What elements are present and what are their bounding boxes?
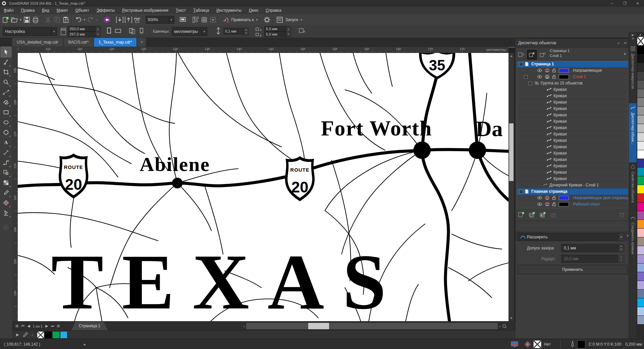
zoom-corner-icon[interactable]: [502, 324, 507, 329]
palette-scroll-left-icon[interactable]: ‹: [30, 333, 34, 337]
nudge-input[interactable]: 0,1 мм: [223, 28, 246, 35]
strip-close-icon[interactable]: ✕: [629, 37, 637, 40]
next-page-button[interactable]: ▶: [44, 324, 49, 328]
new-layer-button[interactable]: [528, 210, 536, 219]
palette-swatch[interactable]: [637, 202, 644, 211]
tree-row-curve[interactable]: Кривая: [517, 86, 628, 93]
edit-across-layers-button[interactable]: [528, 50, 536, 59]
import-button[interactable]: [115, 15, 124, 24]
tree-row-guides[interactable]: Направляющие (все страницы): [517, 195, 628, 201]
printable-icon[interactable]: [545, 74, 550, 80]
apply-button[interactable]: Применить: [518, 265, 628, 274]
printable-icon[interactable]: [545, 202, 550, 208]
rectangle-tool[interactable]: [1, 107, 11, 117]
palette-swatch[interactable]: [637, 107, 644, 115]
effects-tool[interactable]: [1, 168, 11, 178]
layer-color-swatch[interactable]: [559, 196, 569, 200]
tree-row-curve[interactable]: Кривая: [517, 106, 628, 112]
portrait-button[interactable]: [105, 27, 113, 36]
export-button[interactable]: [124, 15, 133, 24]
palette-no-color-swatch[interactable]: [637, 37, 644, 46]
text-tool[interactable]: A: [1, 137, 11, 148]
tree-row-curve[interactable]: Кривая: [517, 169, 628, 176]
palette-swatch[interactable]: [637, 264, 644, 272]
expander-icon[interactable]: −: [519, 62, 523, 66]
palette-swatch[interactable]: [637, 63, 644, 72]
maximize-button[interactable]: ❐: [619, 0, 631, 7]
launch-label[interactable]: Запуск: [284, 17, 300, 22]
tree-row-curve[interactable]: Кривая: [517, 176, 628, 182]
printable-icon[interactable]: [545, 195, 550, 201]
duplicate-spinner[interactable]: ▲▼: [286, 26, 291, 37]
strip-expand-icon[interactable]: ▶: [629, 32, 637, 37]
tree-row-page[interactable]: −Страница 1: [517, 61, 628, 67]
tree-row-desktop[interactable]: Рабочий стол: [517, 201, 628, 208]
menu-Растровые изображения[interactable]: Растровые изображения: [118, 7, 172, 14]
options-gear-icon[interactable]: [263, 15, 271, 24]
docker-tab-0[interactable]: Диспетчер макросов: [629, 44, 637, 103]
scroll-up-icon[interactable]: ▲: [508, 53, 514, 59]
outline-pen-icon[interactable]: [570, 341, 575, 348]
zoom-tool[interactable]: [1, 77, 11, 87]
open-dropdown[interactable]: ▾: [19, 18, 22, 21]
vertical-ruler[interactable]: 185180175170165160155150: [12, 53, 18, 321]
tree-row-grid[interactable]: Сетка: [517, 208, 628, 208]
units-combo[interactable]: миллиметры▾: [172, 27, 207, 36]
context-flyout-icon[interactable]: ▸: [624, 51, 626, 56]
tree-row-curve[interactable]: Кривая: [517, 118, 628, 125]
palette-swatch[interactable]: [637, 272, 644, 281]
pick-tool[interactable]: [1, 47, 11, 57]
drawing-canvas[interactable]: Abilene Fort Worth Da TEXAS ROUTE 20 ROU…: [18, 53, 508, 321]
visibility-eye-icon[interactable]: [537, 74, 542, 80]
save-button[interactable]: [22, 15, 31, 24]
palette-swatch[interactable]: [637, 124, 644, 133]
palette-swatch[interactable]: [637, 307, 644, 316]
join-mode-combo[interactable]: Расширить: [518, 233, 618, 241]
tree-row-curve[interactable]: Кривая: [517, 150, 628, 157]
zoom-level-combo[interactable]: 500%▾: [146, 16, 174, 24]
menu-Текст[interactable]: Текст: [172, 7, 190, 14]
ruler-origin-button[interactable]: [12, 47, 18, 53]
visibility-eye-icon[interactable]: [537, 195, 542, 201]
page-size-spinner[interactable]: ▲▼: [95, 26, 101, 37]
menu-Правка[interactable]: Правка: [17, 7, 39, 14]
join-mode-dropdown[interactable]: ▾: [618, 233, 624, 241]
current-page-button[interactable]: [138, 27, 146, 36]
paste-button[interactable]: [61, 15, 70, 24]
add-page-end-button[interactable]: ⊞: [56, 324, 61, 328]
lock-icon[interactable]: [552, 68, 556, 74]
smart-fill-tool[interactable]: [1, 208, 11, 218]
palette-swatch[interactable]: [637, 255, 644, 264]
tree-row-layer[interactable]: −Слой 1: [517, 74, 628, 80]
tree-row-curve[interactable]: Кривая: [517, 99, 628, 106]
fullscreen-preview-button[interactable]: [178, 15, 187, 24]
lock-icon[interactable]: [552, 74, 556, 80]
tree-row-child-curve[interactable]: Дочерний Кривая - Слой 1: [517, 182, 628, 188]
ellipse-tool[interactable]: [1, 117, 11, 127]
palette-eyedropper-icon[interactable]: [22, 332, 28, 338]
palette-swatch[interactable]: [637, 72, 644, 80]
document-color-settings-icon[interactable]: [511, 341, 519, 348]
document-tab-0[interactable]: USA_detailed_map.cdr: [12, 38, 63, 47]
docker-collapse-icon[interactable]: »: [615, 39, 622, 47]
palette-flyout-icon[interactable]: ▶: [15, 333, 20, 337]
undo-dropdown[interactable]: ▾: [83, 18, 87, 21]
horizontal-scroll-thumb[interactable]: [308, 323, 329, 329]
snap-off-icon[interactable]: [221, 15, 230, 24]
interactive-fill-tool[interactable]: [1, 198, 11, 208]
duplicate-x-input[interactable]: 5,0 мм: [264, 26, 288, 32]
palette-swatch[interactable]: [637, 168, 644, 176]
drawing-scale-button[interactable]: [298, 27, 307, 36]
palette-swatch[interactable]: [637, 89, 644, 98]
gap-tolerance-spinner[interactable]: ▲▼: [618, 244, 624, 252]
snap-to-label[interactable]: Привязать к: [230, 17, 255, 22]
menu-Эффекты[interactable]: Эффекты: [93, 7, 119, 14]
palette-swatch[interactable]: [637, 220, 644, 229]
show-guides-button[interactable]: [209, 15, 217, 24]
duplicate-y-input[interactable]: 5,0 мм: [264, 32, 288, 37]
scroll-left-icon[interactable]: ‹: [242, 324, 246, 328]
menu-Инструменты[interactable]: Инструменты: [213, 7, 245, 14]
palette-swatch[interactable]: [637, 211, 644, 220]
visibility-eye-icon[interactable]: [537, 68, 542, 74]
open-button[interactable]: [10, 15, 19, 24]
